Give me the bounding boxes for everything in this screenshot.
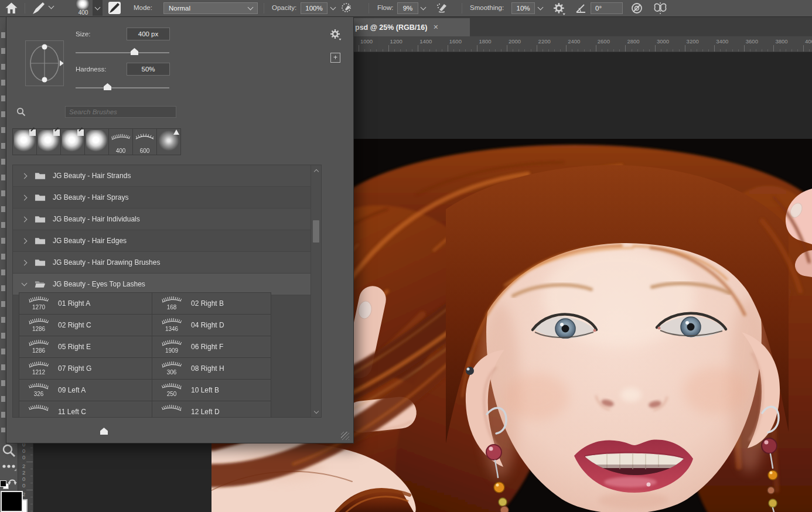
- brush-badge-icon: [77, 129, 84, 136]
- size-slider[interactable]: [76, 52, 169, 53]
- separator: [25, 3, 25, 13]
- brush-label: 11 Left C: [58, 401, 86, 418]
- brush-folder-row[interactable]: JG Beauty - Hair Strands: [13, 165, 311, 187]
- size-slider-thumb[interactable]: [131, 48, 138, 55]
- flow-input[interactable]: 9%: [397, 2, 418, 14]
- new-brush-icon[interactable]: +: [330, 53, 340, 63]
- size-label: Size:: [76, 30, 91, 37]
- lash-brush-item[interactable]: 168 02 Right B: [152, 293, 271, 315]
- folder-icon: [35, 280, 46, 288]
- airbrush-icon[interactable]: [436, 2, 449, 14]
- lash-brush-item[interactable]: 12 Left D: [152, 401, 271, 418]
- folder-expander-icon[interactable]: [22, 238, 28, 244]
- brush-folder-row[interactable]: JG Beauty - Hair Individuals: [13, 209, 311, 230]
- lash-brush-item[interactable]: 326 09 Left A: [19, 380, 152, 401]
- butterfly-symmetry-icon[interactable]: [653, 2, 667, 15]
- lash-brush-icon: [28, 338, 49, 347]
- brush-size-value: 250: [158, 391, 185, 397]
- preset-size-label: 400: [109, 148, 132, 154]
- angle-input[interactable]: 0°: [591, 2, 623, 14]
- folder-expander-icon[interactable]: [22, 281, 28, 286]
- preset-soft-round[interactable]: [84, 128, 109, 155]
- search-brushes-box[interactable]: [65, 106, 176, 118]
- brush-size-value: 1270: [25, 304, 52, 310]
- preset-size-label: 600: [133, 148, 156, 154]
- lash-brush-item[interactable]: 1286 05 Right E: [19, 336, 152, 358]
- lash-brush-item[interactable]: 1909 06 Right F: [152, 336, 271, 358]
- lash-brush-icon: [161, 295, 182, 304]
- smoothing-gear-icon[interactable]: [553, 2, 566, 15]
- folder-expander-icon[interactable]: [22, 194, 28, 200]
- brush-folder-row[interactable]: JG Beauty - Hair Sprays: [13, 187, 311, 209]
- folder-icon: [35, 237, 46, 245]
- folder-expander-icon[interactable]: [22, 216, 28, 222]
- mode-select[interactable]: Normal: [163, 2, 258, 14]
- preset-lash-400[interactable]: 400: [108, 128, 133, 155]
- search-input[interactable]: [66, 107, 183, 117]
- zoom-tool-icon[interactable]: [1, 443, 16, 458]
- hardness-slider-thumb[interactable]: [104, 83, 111, 90]
- opacity-chevron[interactable]: [328, 2, 337, 14]
- brush-settings-panel-toggle[interactable]: [108, 2, 121, 14]
- folder-icon: [35, 172, 46, 180]
- brush-preset-picker[interactable]: 400: [74, 0, 93, 16]
- opacity-input[interactable]: 100%: [301, 2, 327, 14]
- folder-label: JG Beauty - Hair Sprays: [53, 193, 128, 202]
- home-icon[interactable]: [5, 2, 18, 14]
- brush-badge-icon: [29, 129, 36, 136]
- panel-gear-icon[interactable]: [330, 29, 342, 40]
- preset-soft-round[interactable]: [60, 128, 85, 155]
- document-tab[interactable]: psd @ 25% (RGB/16) ✕: [349, 18, 470, 36]
- preview-size-slider-thumb[interactable]: [100, 428, 108, 435]
- panel-resize-grip[interactable]: [341, 432, 349, 440]
- lash-brush-item[interactable]: 250 10 Left B: [152, 380, 271, 401]
- folder-icon: [35, 258, 46, 267]
- size-input[interactable]: 400 px: [127, 28, 170, 40]
- hardness-label: Hardness:: [76, 66, 106, 73]
- folder-expander-icon[interactable]: [22, 260, 28, 265]
- brush-folder-row[interactable]: JG Beauty - Hair Edges: [13, 230, 311, 252]
- lash-brush-item[interactable]: 1346 04 Right D: [152, 315, 271, 336]
- lash-brush-icon: [161, 403, 182, 412]
- brush-tool-chevron-icon[interactable]: [49, 6, 53, 8]
- foreground-color-swatch[interactable]: [1, 491, 23, 512]
- default-colors-icon-fg[interactable]: [0, 480, 6, 487]
- mode-value: Normal: [169, 5, 190, 12]
- document-tab-title: psd @ 25% (RGB/16): [355, 23, 427, 32]
- lash-brush-item[interactable]: 1270 01 Right A: [19, 293, 152, 315]
- hardness-slider[interactable]: [76, 87, 169, 88]
- brush-size-value: 168: [158, 304, 185, 310]
- swap-colors-icon[interactable]: [8, 477, 18, 486]
- scrollbar-thumb[interactable]: [313, 220, 319, 243]
- preset-lash-600[interactable]: 600: [132, 128, 157, 155]
- folder-expander-icon[interactable]: [22, 173, 28, 179]
- folder-label: JG Beauty - Hair Individuals: [53, 215, 140, 223]
- symmetry-icon[interactable]: [630, 2, 643, 15]
- scroll-down-icon[interactable]: [311, 408, 321, 416]
- brush-picker-chevron[interactable]: [93, 0, 103, 16]
- lash-brush-item[interactable]: 1212 07 Right G: [19, 358, 152, 380]
- lash-brush-icon: [161, 381, 182, 391]
- smoothing-input[interactable]: 10%: [511, 2, 535, 14]
- separator: [264, 3, 264, 13]
- preset-soft-round[interactable]: [36, 128, 61, 155]
- preset-soft-round-pressure[interactable]: [156, 128, 181, 155]
- list-scrollbar[interactable]: [311, 165, 321, 417]
- lash-thumbnail: [25, 403, 52, 414]
- brush-tip-angle-control[interactable]: [25, 40, 64, 86]
- close-tab-icon[interactable]: ✕: [433, 23, 438, 31]
- edit-toolbar-icon[interactable]: [1, 463, 18, 473]
- preset-soft-round[interactable]: [12, 128, 37, 155]
- flow-chevron[interactable]: [418, 2, 428, 14]
- opacity-pressure-icon[interactable]: [341, 2, 353, 14]
- scroll-up-icon[interactable]: [311, 166, 321, 175]
- brush-tool-icon[interactable]: [32, 2, 45, 15]
- hardness-input[interactable]: 50%: [127, 63, 170, 76]
- lash-brush-item[interactable]: 306 08 Right H: [152, 358, 271, 380]
- lash-brush-item[interactable]: 1286 02 Right C: [19, 315, 152, 336]
- brush-folder-row[interactable]: JG Beauty - Hair Drawing Brushes: [13, 252, 311, 274]
- folder-label: JG Beauty - Hair Edges: [53, 237, 127, 245]
- smoothing-chevron[interactable]: [535, 2, 545, 14]
- lash-brush-icon: [161, 316, 182, 326]
- lash-brush-item[interactable]: 11 Left C: [19, 401, 152, 418]
